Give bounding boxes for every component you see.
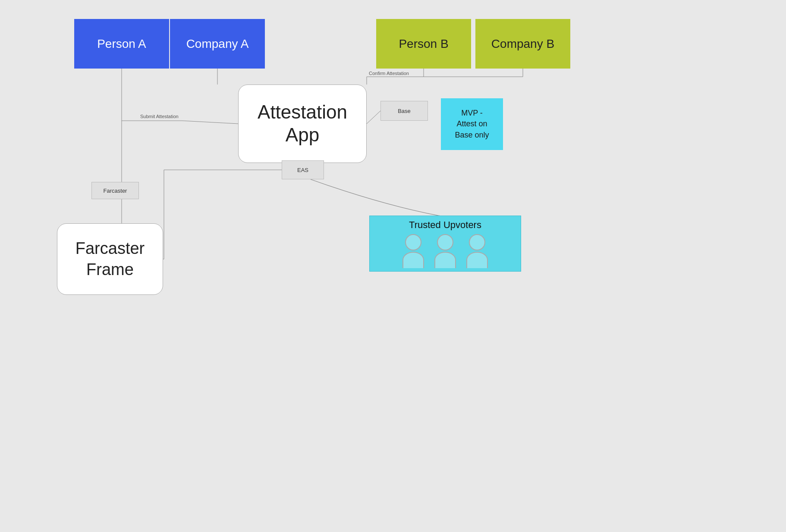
upvoter-icon-3	[466, 234, 488, 268]
farcaster-label: Farcaster	[104, 188, 127, 194]
base-box: Base	[380, 101, 428, 121]
person-b-box: Person B	[376, 19, 471, 69]
company-b-box: Company B	[475, 19, 570, 69]
company-a-label: Company A	[186, 37, 249, 51]
trusted-upvoters-box: Trusted Upvoters	[369, 216, 521, 272]
submit-attestation-label: Submit Attestation	[140, 114, 179, 119]
upvoter-icon-2	[434, 234, 456, 268]
company-b-label: Company B	[491, 37, 554, 51]
mvp-note-label: MVP -Attest onBase only	[455, 108, 489, 141]
diagram-container: Submit Attestation Confirm Attestation P…	[0, 0, 786, 532]
farcaster-frame-box: FarcasterFrame	[57, 223, 163, 295]
person-b-label: Person B	[399, 37, 448, 51]
person-a-box: Person A	[74, 19, 169, 69]
company-a-box: Company A	[170, 19, 265, 69]
confirm-attestation-label: Confirm Attestation	[369, 71, 409, 76]
farcaster-label-box: Farcaster	[91, 182, 139, 199]
eas-box: EAS	[282, 160, 324, 179]
upvoter-icon-1	[402, 234, 424, 268]
person-a-label: Person A	[97, 37, 146, 51]
base-label: Base	[398, 108, 411, 114]
svg-line-3	[182, 121, 238, 124]
farcaster-frame-label: FarcasterFrame	[75, 238, 145, 281]
trusted-upvoters-label: Trusted Upvoters	[409, 219, 481, 231]
svg-line-10	[367, 111, 380, 124]
attestation-app-box: AttestationApp	[238, 84, 367, 163]
attestation-app-label: AttestationApp	[258, 101, 347, 147]
eas-label: EAS	[297, 167, 308, 173]
mvp-note-box: MVP -Attest onBase only	[441, 98, 503, 150]
